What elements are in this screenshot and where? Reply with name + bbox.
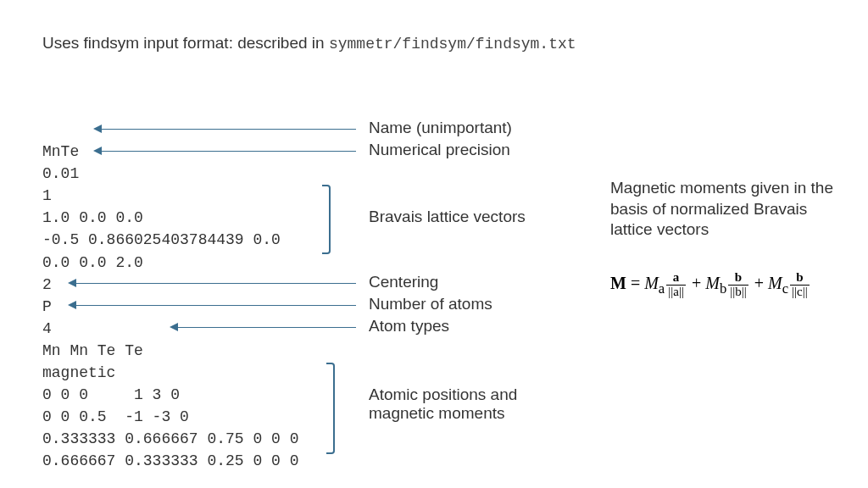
eq-plus: + — [687, 274, 705, 292]
code-line: 1.0 0.0 0.0 — [42, 209, 143, 226]
side-note-magnetic: Magnetic moments given in the basis of n… — [610, 178, 839, 241]
eq-a-sub: a — [659, 280, 665, 297]
code-line: magnetic — [42, 364, 115, 381]
arrow-line — [178, 327, 356, 328]
header-prefix: Uses findsym input format: described in — [42, 34, 329, 52]
code-line: -0.5 0.866025403784439 0.0 — [42, 231, 281, 248]
arrow-line — [102, 129, 356, 130]
eq-Mb: M — [705, 274, 720, 292]
arrow-icon — [170, 323, 178, 331]
annotation-name: Name (unimportant) — [369, 119, 512, 137]
header-path: symmetr/findsym/findsym.txt — [329, 36, 576, 53]
annotation-num-atoms: Number of atoms — [369, 295, 492, 313]
code-line: 0 0 0 1 3 0 — [42, 386, 180, 403]
equation-magnetic-moment: M = Maa||a|| + Mbb||b|| + Mcb||c|| — [610, 271, 811, 299]
code-line: 0.0 0.0 2.0 — [42, 254, 143, 271]
code-line: P — [42, 298, 52, 315]
arrow-icon — [68, 301, 76, 309]
code-line: 2 — [42, 276, 52, 293]
code-line: 4 — [42, 320, 52, 337]
eq-plus2: + — [750, 274, 768, 292]
annotation-lattice: Bravais lattice vectors — [369, 208, 526, 226]
eq-c-sub: c — [782, 280, 788, 297]
bracket-icon — [326, 363, 335, 454]
eq-Mc: M — [768, 274, 782, 292]
code-line: MnTe — [42, 143, 79, 160]
code-line: 0.666667 0.333333 0.25 0 0 0 — [42, 452, 298, 469]
input-file-code: MnTe 0.01 1 1.0 0.0 0.0 -0.5 0.866025403… — [42, 119, 298, 473]
arrow-icon — [93, 125, 102, 133]
eq-equals: = — [626, 274, 644, 292]
eq-M: M — [610, 274, 626, 292]
code-line: 0 0 0.5 -1 -3 0 — [42, 408, 189, 425]
annotation-positions: Atomic positions and magnetic moments — [369, 385, 581, 423]
code-line: 0.333333 0.666667 0.75 0 0 0 — [42, 430, 298, 447]
eq-b-sub: b — [720, 280, 726, 297]
annotation-atom-types: Atom types — [369, 317, 449, 336]
code-line: 1 — [42, 187, 52, 204]
arrow-icon — [93, 147, 102, 155]
annotation-precision: Numerical precision — [369, 141, 510, 159]
header-line: Uses findsym input format: described in … — [42, 34, 576, 53]
arrow-line — [76, 283, 356, 284]
code-line: 0.01 — [42, 165, 79, 182]
arrow-icon — [68, 279, 76, 287]
code-line: Mn Mn Te Te — [42, 342, 143, 359]
annotation-centering: Centering — [369, 273, 438, 291]
arrow-line — [102, 151, 356, 152]
eq-Ma: M — [644, 274, 659, 292]
arrow-line — [76, 305, 356, 306]
bracket-icon — [322, 185, 331, 254]
